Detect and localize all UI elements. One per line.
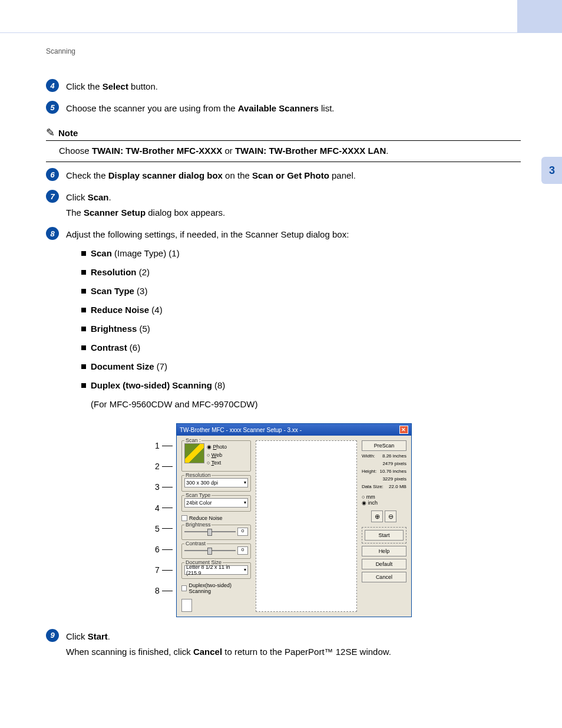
callout-numbers: 1 2 3 4 5 6 7 8 [155, 423, 173, 617]
help-button[interactable]: Help [362, 546, 406, 556]
zoom-in-icon[interactable]: ⊕ [371, 510, 383, 522]
radio-photo[interactable]: ◉ PPhotohoto [207, 443, 227, 452]
radio-text[interactable]: ○ Text [207, 459, 227, 467]
note-label: Note [58, 128, 78, 138]
zoom-out-icon[interactable]: ⊖ [385, 510, 396, 522]
prescan-button[interactable]: PreScan [362, 440, 406, 451]
resolution-select[interactable]: 300 x 300 dpi [184, 478, 248, 487]
note-text: Choose TWAIN: TW-Brother MFC-XXXX or TWA… [46, 144, 521, 162]
radio-inch[interactable]: ◉ inch [362, 500, 406, 506]
preview-area[interactable] [256, 440, 357, 612]
scantype-select[interactable]: 24bit Color [184, 498, 248, 508]
note-icon: ✎ [46, 126, 55, 139]
step-number: 4 [46, 79, 59, 92]
dialog-figure: 1 2 3 4 5 6 7 8 TW-Brother MFC - xxxx Sc… [46, 423, 521, 617]
preview-thumb [184, 443, 204, 463]
breadcrumb: Scanning [46, 47, 521, 55]
step-9: 9 Click Start. When scanning is finished… [46, 629, 521, 660]
page-icon [181, 599, 192, 612]
docsize-select[interactable]: Letter 8 1/2 x 11 in (215.9 [184, 565, 248, 575]
step-8: 8 Adjust the following settings, if need… [46, 227, 521, 416]
start-button[interactable]: Start [365, 530, 404, 541]
default-button[interactable]: Default [362, 559, 406, 569]
brightness-group: Brightness 0 [181, 525, 251, 540]
step-6: 6 Check the Display scanner dialog box o… [46, 168, 521, 184]
close-icon[interactable]: ✕ [399, 426, 408, 434]
contrast-group: Contrast 0 [181, 543, 251, 559]
resolution-group: Resolution 300 x 300 dpi [181, 475, 251, 492]
note-block: ✎ Note Choose TWAIN: TW-Brother MFC-XXXX… [46, 126, 521, 162]
radio-mm[interactable]: ○ mm [362, 494, 406, 500]
dialog-title: TW-Brother MFC - xxxx Scanner Setup - 3.… [180, 427, 302, 433]
step-number: 6 [46, 168, 59, 181]
step-number: 8 [46, 227, 59, 240]
scanner-setup-dialog: TW-Brother MFC - xxxx Scanner Setup - 3.… [176, 423, 412, 617]
step-number: 9 [46, 629, 59, 642]
contrast-slider[interactable] [184, 550, 236, 551]
radio-web[interactable]: ○ Web [207, 452, 227, 460]
brightness-slider[interactable] [184, 531, 236, 532]
docsize-group: Document Size Letter 8 1/2 x 11 in (215.… [181, 562, 251, 579]
reduce-noise-check[interactable]: Reduce Noise [181, 515, 251, 521]
scantype-group: Scan Type 24bit Color [181, 495, 251, 512]
cancel-button[interactable]: Cancel [362, 572, 406, 582]
dialog-titlebar[interactable]: TW-Brother MFC - xxxx Scanner Setup - 3.… [177, 424, 411, 436]
settings-list: Scan (Image Type) (1) Resolution (2) Sca… [81, 246, 349, 411]
scan-group: Scan : ◉ PPhotohoto ○ Web ○ Text [181, 440, 251, 472]
step-number: 5 [46, 101, 59, 114]
page-content: 3 Scanning 4 Click the Select button. 5 … [0, 33, 562, 681]
step-number: 7 [46, 190, 59, 203]
duplex-check[interactable]: Duplex(two-sided) Scanning [181, 582, 251, 594]
chapter-tab: 3 [541, 157, 562, 184]
step-7: 7 Click Scan. The Scanner Setup dialog b… [46, 190, 521, 221]
step-5: 5 Choose the scanner you are using from … [46, 101, 521, 117]
step-4: 4 Click the Select button. [46, 79, 521, 95]
